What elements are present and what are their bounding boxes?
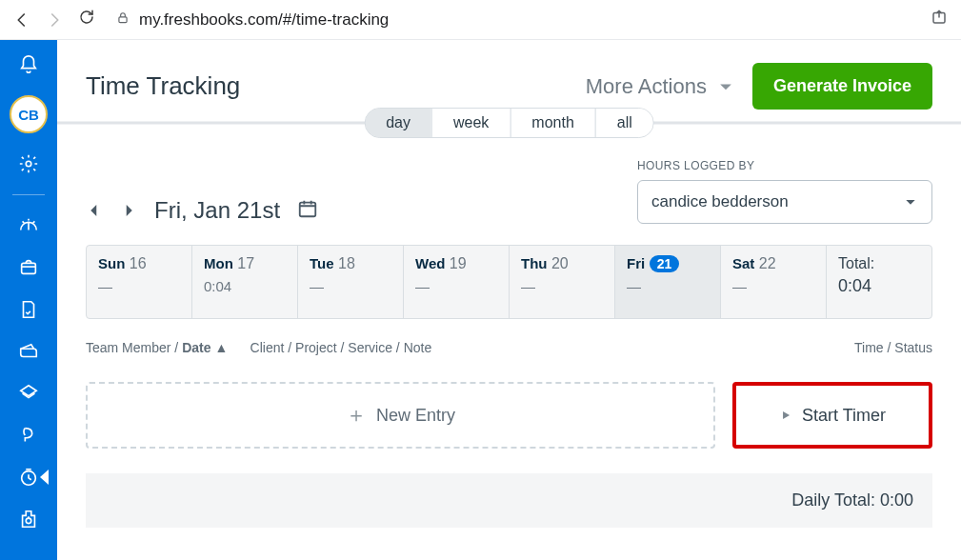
payments-icon[interactable] <box>17 340 40 363</box>
daily-total-footer: Daily Total: 0:00 <box>86 473 932 528</box>
estimates-icon[interactable] <box>17 424 40 447</box>
week-total: Total: 0:04 <box>827 246 931 318</box>
more-actions-label: More Actions <box>586 74 707 99</box>
prev-day-button[interactable] <box>86 202 103 219</box>
plus-icon: ＋ <box>346 401 367 430</box>
day-num: 18 <box>338 255 355 271</box>
svg-point-5 <box>26 518 31 524</box>
week-total-label: Total: <box>838 255 920 272</box>
view-segmented-control: day week month all <box>57 104 961 142</box>
date-navigator: Fri, Jan 21st <box>86 197 318 224</box>
th-date-sort[interactable]: Date <box>182 340 210 355</box>
chevron-down-icon <box>716 77 735 96</box>
play-icon <box>779 409 792 422</box>
sort-asc-icon: ▲ <box>211 340 229 355</box>
segment-all[interactable]: all <box>595 109 653 137</box>
sidebar: CB <box>0 40 57 560</box>
day-name: Fri <box>627 255 645 271</box>
svg-rect-3 <box>22 263 36 273</box>
invoices-icon[interactable] <box>17 298 40 321</box>
th-middle: Client / Project / Service / Note <box>250 340 432 355</box>
browser-back-button[interactable] <box>13 11 30 29</box>
bell-icon[interactable] <box>17 53 40 76</box>
new-entry-button[interactable]: ＋ New Entry <box>86 382 715 449</box>
day-num: 19 <box>450 255 467 271</box>
clients-icon[interactable] <box>17 256 40 279</box>
daily-total-value: 0:00 <box>880 490 913 510</box>
segment-week[interactable]: week <box>431 109 510 137</box>
day-num: 16 <box>130 255 147 271</box>
daily-total-label: Daily Total: <box>791 490 880 510</box>
day-value: 0:04 <box>204 278 286 294</box>
day-cell[interactable]: Wed 19 — <box>404 246 510 318</box>
day-cell-active[interactable]: Fri 21 — <box>615 246 721 318</box>
expenses-icon[interactable] <box>17 382 40 405</box>
browser-refresh-button[interactable] <box>78 9 95 30</box>
svg-rect-6 <box>300 203 316 217</box>
address-bar[interactable]: my.freshbooks.com/#/time-tracking <box>107 10 919 30</box>
gear-icon[interactable] <box>17 152 40 175</box>
browser-forward-button[interactable] <box>46 11 63 29</box>
day-cell[interactable]: Thu 20 — <box>510 246 615 318</box>
active-caret <box>40 470 49 485</box>
current-date-label: Fri, Jan 21st <box>154 197 280 224</box>
day-name: Tue <box>310 255 334 271</box>
day-name: Mon <box>204 255 233 271</box>
day-value: — <box>521 278 603 294</box>
avatar-initials: CB <box>18 107 39 123</box>
day-value: — <box>310 278 391 294</box>
day-value: — <box>98 278 180 294</box>
avatar[interactable]: CB <box>10 95 48 133</box>
day-value: — <box>627 278 709 294</box>
start-timer-button[interactable]: Start Timer <box>732 382 932 449</box>
dashboard-icon[interactable] <box>17 214 40 237</box>
page-header: Time Tracking More Actions Generate Invo… <box>57 40 961 110</box>
hours-logged-by-select[interactable]: candice bedderson <box>637 180 932 224</box>
day-value: — <box>415 278 497 294</box>
day-num: 22 <box>759 255 776 271</box>
svg-rect-0 <box>119 16 127 22</box>
calendar-icon[interactable] <box>297 198 318 223</box>
time-tracking-icon[interactable] <box>17 466 40 489</box>
day-name: Sat <box>732 255 754 271</box>
th-right: Time / Status <box>854 340 932 355</box>
table-header: Team Member / Date ▲ Client / Project / … <box>86 340 932 355</box>
day-cell[interactable]: Sun 16 — <box>87 246 192 318</box>
day-name: Thu <box>521 255 548 271</box>
filter-value: candice bedderson <box>651 192 789 211</box>
day-num: 17 <box>237 255 254 271</box>
week-strip: Sun 16 — Mon 17 0:04 Tue 18 — Wed 19 <box>86 245 932 319</box>
new-entry-label: New Entry <box>376 406 455 426</box>
week-total-value: 0:04 <box>838 276 920 296</box>
next-day-button[interactable] <box>120 202 137 219</box>
svg-point-2 <box>26 161 31 167</box>
day-cell[interactable]: Tue 18 — <box>298 246 404 318</box>
main: Time Tracking More Actions Generate Invo… <box>57 40 961 560</box>
generate-invoice-button[interactable]: Generate Invoice <box>752 63 932 110</box>
address-url: my.freshbooks.com/#/time-tracking <box>139 10 389 30</box>
sidebar-divider <box>12 194 45 195</box>
day-cell[interactable]: Mon 17 0:04 <box>192 246 298 318</box>
day-num: 20 <box>551 255 569 271</box>
browser-bar: my.freshbooks.com/#/time-tracking <box>0 0 961 40</box>
day-num-pill: 21 <box>650 255 680 272</box>
segment-day[interactable]: day <box>365 109 431 137</box>
chevron-down-icon <box>903 194 918 210</box>
projects-icon[interactable] <box>17 508 40 530</box>
more-actions-dropdown[interactable]: More Actions <box>586 74 735 99</box>
share-icon[interactable] <box>931 9 948 30</box>
day-name: Sun <box>98 255 125 271</box>
day-name: Wed <box>415 255 445 271</box>
day-value: — <box>732 278 814 294</box>
segment-month[interactable]: month <box>510 109 594 137</box>
lock-icon <box>116 10 130 30</box>
th-team-date-pre: Team Member / <box>86 340 182 355</box>
filter-label: HOURS LOGGED BY <box>637 159 932 172</box>
day-cell[interactable]: Sat 22 — <box>721 246 827 318</box>
start-timer-label: Start Timer <box>802 406 886 426</box>
page-title: Time Tracking <box>86 71 240 101</box>
